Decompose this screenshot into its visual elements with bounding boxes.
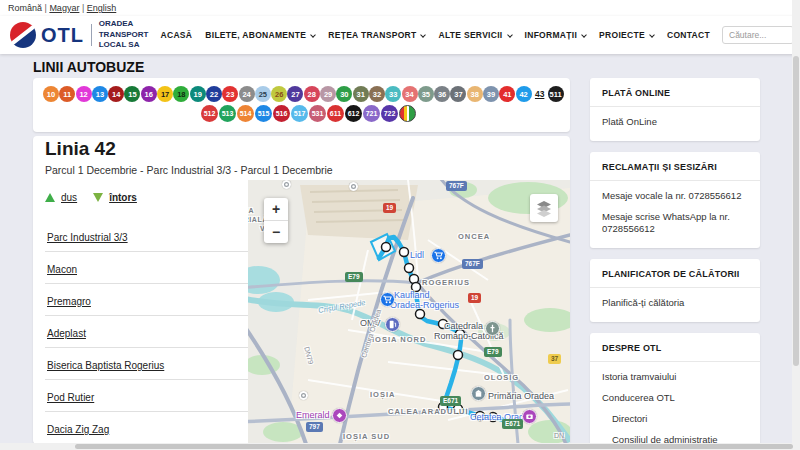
route-stop-marker[interactable]	[489, 413, 498, 422]
line-badge-31[interactable]: 31	[353, 86, 369, 102]
line-badge-43[interactable]: 43	[532, 86, 547, 102]
sidebar-link[interactable]: Istoria tramvaiului	[602, 371, 748, 384]
line-badge-16[interactable]: 16	[141, 86, 157, 102]
line-badge-511[interactable]: 511	[548, 86, 564, 102]
map-poi-camera-icon	[522, 409, 537, 424]
line-badge-18[interactable]: 18	[173, 86, 189, 102]
vertical-scrollbar-thumb[interactable]	[793, 56, 799, 366]
line-badge-19[interactable]: 19	[190, 86, 206, 102]
line-badge-33[interactable]: 33	[385, 86, 401, 102]
route-stop-marker[interactable]	[454, 351, 463, 360]
line-badge-13[interactable]: 13	[92, 86, 108, 102]
line-badge-11[interactable]: 11	[59, 86, 75, 102]
route-stop-marker[interactable]	[454, 405, 463, 414]
route-map[interactable]: + − ONCEAZONAINDUSTRIALĂVESTROGERIUSIOSI…	[248, 180, 570, 444]
stop-link[interactable]: Pod Rutier	[47, 392, 94, 403]
stop-link[interactable]: Macon	[47, 264, 77, 275]
sidebar-link[interactable]: Mesaje scrise WhatsApp la nr. 0728556612	[602, 211, 748, 237]
line-badge-35[interactable]: 35	[418, 86, 434, 102]
sidebar-link[interactable]: Mesaje vocale la nr. 0728556612	[602, 190, 748, 203]
map-layers-button[interactable]	[530, 194, 558, 222]
line-badge-612[interactable]: 612	[345, 105, 362, 122]
road-badge: 19	[383, 203, 396, 213]
stop-link[interactable]: Dacia Zig Zag	[47, 424, 109, 435]
horizontal-scrollbar[interactable]	[0, 443, 800, 450]
line-badge-34[interactable]: 34	[402, 86, 418, 102]
route-stop-marker[interactable]	[382, 243, 391, 252]
line-badge-531[interactable]: 531	[309, 105, 326, 122]
route-stop-marker[interactable]	[416, 310, 425, 319]
zoom-in-button[interactable]: +	[264, 198, 288, 220]
route-stop-marker[interactable]	[405, 264, 414, 273]
line-badge-515[interactable]: 515	[255, 105, 272, 122]
line-badge-15[interactable]: 15	[124, 86, 140, 102]
language-link-0[interactable]: Română	[8, 3, 42, 13]
route-stop-marker[interactable]	[412, 283, 421, 292]
language-link-1[interactable]: Magyar	[49, 3, 79, 13]
line-badge-12[interactable]: 12	[76, 86, 92, 102]
sidebar-link[interactable]: Conducerea OTL	[602, 392, 748, 405]
line-badge-25[interactable]: 25	[255, 86, 271, 102]
language-link-2[interactable]: English	[87, 3, 117, 13]
horizontal-scrollbar-thumb[interactable]	[75, 444, 793, 449]
map-poi-cart-icon	[431, 248, 446, 263]
line-badge-41[interactable]: 41	[499, 86, 515, 102]
line-badge-514[interactable]: 514	[237, 105, 254, 122]
line-badge-10[interactable]: 10	[43, 86, 59, 102]
route-stop-marker[interactable]	[439, 320, 448, 329]
line-badge-42[interactable]: 42	[516, 86, 532, 102]
nav-item-6[interactable]: CONTACT	[667, 30, 710, 40]
line-badge-26[interactable]: 26	[271, 86, 287, 102]
line-badge-517[interactable]: 517	[291, 105, 308, 122]
direction-dus-link[interactable]: dus	[61, 192, 77, 203]
sidebar-link[interactable]: Directori	[602, 413, 748, 426]
line-badge-516[interactable]: 516	[273, 105, 290, 122]
route-stop-marker[interactable]	[476, 412, 485, 421]
vertical-scrollbar[interactable]	[792, 0, 800, 450]
line-badge-38[interactable]: 38	[467, 86, 483, 102]
line-badge-39[interactable]: 39	[483, 86, 499, 102]
stop-link[interactable]: Premagro	[47, 296, 91, 307]
sidebar-card: PLATĂ ONLINEPlată OnLine	[590, 78, 760, 141]
nav-item-0[interactable]: ACASĂ	[161, 30, 193, 40]
line-badge-special[interactable]	[399, 105, 416, 122]
browser-viewport: Română | Magyar | English OTL ORADEA TRA…	[0, 0, 800, 450]
nav-item-3[interactable]: ALTE SERVICII	[438, 30, 511, 40]
stop-item: Pod Rutier	[45, 380, 250, 412]
line-badge-23[interactable]: 23	[222, 86, 238, 102]
line-badge-513[interactable]: 513	[219, 105, 236, 122]
line-badge-27[interactable]: 27	[287, 86, 303, 102]
nav-item-1[interactable]: BILETE, ABONAMENTE	[205, 30, 315, 40]
nav-item-4[interactable]: INFORMAȚII	[525, 30, 587, 40]
nav-item-5[interactable]: PROIECTE	[599, 30, 654, 40]
line-badge-36[interactable]: 36	[434, 86, 450, 102]
stop-link[interactable]: Parc Industrial 3/3	[47, 232, 128, 243]
otl-logo-icon[interactable]	[10, 22, 36, 48]
search-input[interactable]	[722, 26, 794, 44]
sidebar-link[interactable]: Plată OnLine	[602, 116, 748, 129]
direction-intors-link[interactable]: întors	[109, 192, 137, 203]
logo-text[interactable]: OTL	[41, 24, 84, 47]
nav-item-2[interactable]: REȚEA TRANSPORT	[328, 30, 425, 40]
line-badge-721[interactable]: 721	[363, 105, 380, 122]
company-name: ORADEA TRANSPORT LOCAL SA	[99, 19, 161, 50]
line-badge-32[interactable]: 32	[369, 86, 385, 102]
line-badge-611[interactable]: 611	[327, 105, 344, 122]
line-badge-37[interactable]: 37	[450, 86, 466, 102]
road-badge: E671	[440, 396, 461, 406]
line-badge-24[interactable]: 24	[239, 86, 255, 102]
stop-link[interactable]: Biserica Baptista Rogerius	[47, 360, 164, 371]
line-badge-29[interactable]: 29	[320, 86, 336, 102]
line-badge-17[interactable]: 17	[157, 86, 173, 102]
stop-link[interactable]: Adeplast	[47, 328, 86, 339]
line-badge-14[interactable]: 14	[108, 86, 124, 102]
line-badge-30[interactable]: 30	[336, 86, 352, 102]
line-badge-512[interactable]: 512	[201, 105, 218, 122]
line-badge-722[interactable]: 722	[381, 105, 398, 122]
route-stop-marker[interactable]	[400, 248, 409, 257]
line-badge-28[interactable]: 28	[304, 86, 320, 102]
sidebar-link[interactable]: Planifică-ți călătoria	[602, 297, 748, 310]
line-badge-22[interactable]: 22	[206, 86, 222, 102]
zoom-out-button[interactable]: −	[264, 221, 288, 243]
route-stop-marker[interactable]	[456, 330, 465, 339]
